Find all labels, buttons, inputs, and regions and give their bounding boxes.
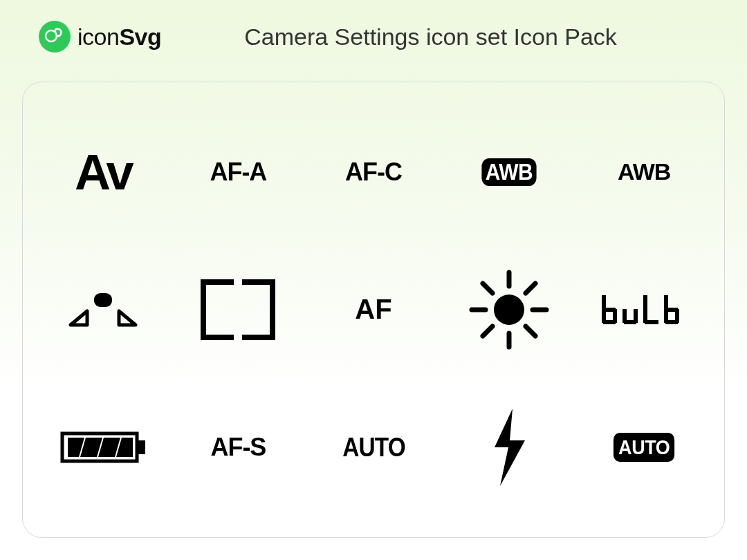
svg-marker-27	[80, 438, 102, 457]
icon-auto-badge[interactable]: AUTO	[576, 379, 712, 516]
svg-line-7	[483, 283, 492, 293]
av-icon: Av	[75, 144, 131, 200]
icon-pack-card: Av AF-A AF-C AWB AWB	[22, 82, 725, 538]
icon-af-area[interactable]	[35, 241, 171, 378]
auto-plain-icon: AUTO	[342, 433, 405, 463]
icon-af-s[interactable]: AF-S	[171, 379, 306, 516]
icon-av[interactable]: Av	[35, 103, 171, 241]
svg-line-10	[483, 326, 492, 336]
sun-icon	[468, 268, 551, 351]
svg-marker-19	[645, 320, 658, 324]
af-s-icon: AF-S	[210, 433, 266, 462]
svg-line-8	[526, 326, 535, 336]
brand-logo[interactable]: iconSvg	[39, 21, 161, 53]
focus-bracket-icon	[196, 275, 279, 344]
af-c-icon: AF-C	[345, 158, 402, 187]
battery-icon	[58, 427, 148, 468]
icon-focus-bracket[interactable]	[171, 241, 306, 378]
icon-grid: Av AF-A AF-C AWB AWB	[35, 103, 712, 516]
af-area-icon	[65, 289, 141, 330]
icon-auto-plain[interactable]: AUTO	[306, 379, 441, 516]
brand-logo-icon	[39, 21, 71, 53]
svg-marker-17	[624, 320, 636, 324]
svg-rect-25	[138, 440, 145, 454]
icon-af[interactable]: AF	[306, 241, 441, 378]
icon-battery-full[interactable]	[35, 379, 171, 516]
icon-bulb[interactable]	[576, 241, 712, 378]
svg-marker-30	[495, 409, 525, 486]
bulb-icon	[599, 292, 689, 327]
icon-daylight-wb[interactable]	[441, 241, 577, 378]
svg-marker-18	[643, 295, 647, 323]
icon-awb-plain[interactable]: AWB	[576, 103, 712, 241]
af-icon: AF	[355, 294, 391, 325]
icon-flash[interactable]	[441, 379, 577, 516]
af-a-icon: AF-A	[210, 158, 266, 187]
page-title: Camera Settings icon set Icon Pack	[244, 24, 617, 50]
svg-marker-14	[603, 320, 616, 324]
icon-af-c[interactable]: AF-C	[306, 103, 441, 241]
auto-badge-icon: AUTO	[614, 433, 675, 462]
awb-plain-icon: AWB	[618, 158, 670, 185]
svg-marker-28	[98, 438, 120, 457]
svg-line-9	[526, 283, 535, 293]
brand-logo-text: iconSvg	[77, 24, 161, 50]
svg-marker-23	[665, 320, 678, 324]
icon-awb-badge[interactable]: AWB	[441, 103, 577, 241]
svg-rect-1	[94, 293, 112, 307]
header: iconSvg Camera Settings icon set Icon Pa…	[0, 0, 747, 69]
svg-point-2	[494, 295, 524, 325]
icon-af-a[interactable]: AF-A	[171, 103, 306, 241]
awb-badge-icon: AWB	[481, 158, 536, 186]
flash-icon	[485, 406, 533, 489]
